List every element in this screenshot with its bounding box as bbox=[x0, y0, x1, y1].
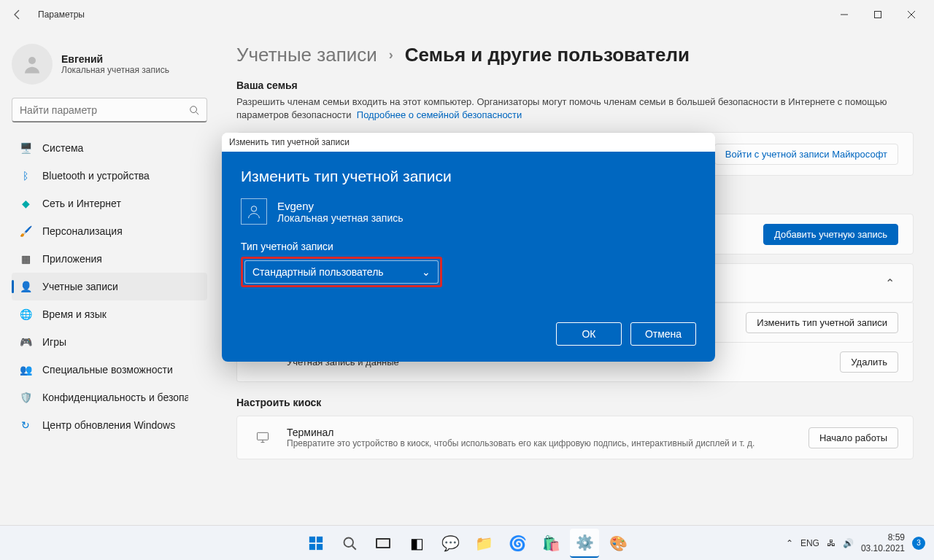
system-tray[interactable]: ⌃ ENG 🖧 🔊 8:59 03.10.2021 3 bbox=[786, 532, 934, 553]
language-indicator[interactable]: ENG bbox=[800, 538, 819, 548]
dialog-heading: Изменить тип учетной записи bbox=[241, 168, 696, 185]
accessibility-icon: 👥 bbox=[19, 363, 32, 376]
kiosk-terminal-desc: Превратите это устройство в киоск, чтобы… bbox=[287, 438, 808, 448]
gamepad-icon: 🎮 bbox=[19, 335, 32, 349]
nav-apps[interactable]: ▦Приложения bbox=[12, 245, 207, 273]
notification-badge[interactable]: 3 bbox=[912, 537, 925, 550]
explorer-icon[interactable]: 📁 bbox=[469, 529, 498, 558]
clock[interactable]: 8:59 03.10.2021 bbox=[861, 532, 905, 553]
breadcrumb: Учетные записи › Семья и другие пользова… bbox=[236, 44, 914, 66]
chevron-down-icon: ⌄ bbox=[422, 266, 431, 278]
search-input[interactable] bbox=[12, 98, 207, 122]
search-field[interactable] bbox=[20, 104, 189, 116]
nav-accessibility[interactable]: 👥Специальные возможности bbox=[12, 356, 207, 384]
globe-icon: 🌐 bbox=[19, 308, 32, 321]
back-button[interactable] bbox=[6, 3, 29, 26]
dialog-titlebar: Изменить тип учетной записи bbox=[222, 133, 715, 152]
ok-button[interactable]: ОК bbox=[556, 322, 622, 346]
family-heading: Ваша семья bbox=[236, 79, 914, 91]
svg-rect-13 bbox=[309, 543, 315, 549]
avatar bbox=[12, 44, 53, 85]
svg-rect-18 bbox=[377, 540, 389, 547]
kiosk-terminal-label: Терминал bbox=[287, 427, 808, 438]
monitor-icon bbox=[252, 430, 274, 445]
titlebar: Параметры bbox=[0, 0, 934, 29]
bluetooth-icon: ᛒ bbox=[19, 169, 32, 182]
apps-icon: ▦ bbox=[19, 252, 32, 265]
dialog-user-name: Evgeny bbox=[277, 200, 404, 212]
svg-rect-11 bbox=[309, 536, 315, 542]
svg-point-4 bbox=[28, 57, 36, 64]
dialog-avatar bbox=[241, 198, 267, 225]
kiosk-start-button[interactable]: Начало работы bbox=[808, 427, 898, 448]
add-account-button[interactable]: Добавить учетную запись bbox=[763, 224, 898, 245]
settings-taskbar-icon[interactable]: ⚙️ bbox=[570, 529, 599, 558]
nav-list: 🖥️Система ᛒBluetooth и устройства ◆Сеть … bbox=[12, 134, 207, 439]
user-profile[interactable]: Евгений Локальная учетная запись bbox=[12, 44, 207, 85]
person-icon: 👤 bbox=[19, 280, 32, 293]
brush-icon: 🖌️ bbox=[19, 225, 32, 238]
shield-icon: 🛡️ bbox=[19, 391, 32, 404]
chevron-up-icon: ⌃ bbox=[881, 276, 898, 290]
signin-microsoft-button[interactable]: Войти с учетной записи Майкрософт bbox=[714, 144, 898, 165]
start-button[interactable] bbox=[301, 529, 331, 558]
change-account-type-dialog: Изменить тип учетной записи Изменить тип… bbox=[222, 133, 715, 362]
family-safety-link[interactable]: Подробнее о семейной безопасности bbox=[357, 109, 522, 120]
nav-network[interactable]: ◆Сеть и Интернет bbox=[12, 190, 207, 217]
svg-point-5 bbox=[190, 106, 197, 112]
wifi-icon: ◆ bbox=[19, 197, 32, 210]
kiosk-heading: Настроить киоск bbox=[236, 397, 914, 408]
breadcrumb-current: Семья и другие пользователи bbox=[405, 44, 690, 66]
highlight-box: Стандартный пользователь ⌄ bbox=[241, 257, 442, 287]
svg-rect-14 bbox=[317, 543, 323, 549]
system-icon: 🖥️ bbox=[19, 141, 32, 155]
widgets-icon[interactable]: ◧ bbox=[402, 529, 431, 558]
chat-icon[interactable]: 💬 bbox=[436, 529, 465, 558]
dialog-user-sub: Локальная учетная запись bbox=[277, 212, 404, 224]
svg-rect-12 bbox=[317, 536, 323, 542]
account-type-label: Тип учетной записи bbox=[241, 241, 696, 252]
nav-accounts[interactable]: 👤Учетные записи bbox=[12, 273, 207, 300]
sidebar: Евгений Локальная учетная запись 🖥️Систе… bbox=[0, 29, 219, 525]
volume-tray-icon[interactable]: 🔊 bbox=[843, 538, 854, 548]
taskview-icon[interactable] bbox=[368, 529, 398, 558]
cancel-button[interactable]: Отмена bbox=[630, 322, 696, 346]
nav-bluetooth[interactable]: ᛒBluetooth и устройства bbox=[12, 162, 207, 190]
close-button[interactable] bbox=[895, 3, 928, 26]
kiosk-card: Терминал Превратите это устройство в кио… bbox=[236, 416, 914, 459]
nav-time-language[interactable]: 🌐Время и язык bbox=[12, 300, 207, 328]
nav-personalization[interactable]: 🖌️Персонализация bbox=[12, 217, 207, 245]
svg-rect-1 bbox=[875, 12, 881, 18]
svg-point-10 bbox=[251, 206, 256, 211]
taskbar-search-icon[interactable] bbox=[335, 529, 364, 558]
search-icon bbox=[189, 105, 199, 115]
account-type-dropdown[interactable]: Стандартный пользователь ⌄ bbox=[244, 260, 439, 284]
user-name: Евгений bbox=[61, 53, 169, 65]
maximize-button[interactable] bbox=[861, 3, 895, 26]
chevron-right-icon: › bbox=[389, 47, 393, 63]
tray-chevron-icon[interactable]: ⌃ bbox=[786, 538, 793, 548]
app-icon[interactable]: 🎨 bbox=[603, 529, 633, 558]
svg-point-15 bbox=[344, 537, 354, 547]
nav-privacy[interactable]: 🛡️Конфиденциальность и безопасность bbox=[12, 384, 207, 411]
nav-windows-update[interactable]: ↻Центр обновления Windows bbox=[12, 411, 207, 439]
store-icon[interactable]: 🛍️ bbox=[536, 529, 566, 558]
arrow-left-icon bbox=[12, 9, 23, 20]
delete-account-button[interactable]: Удалить bbox=[840, 351, 898, 373]
change-account-type-button[interactable]: Изменить тип учетной записи bbox=[746, 312, 898, 333]
dialog-user-row: Evgeny Локальная учетная запись bbox=[241, 198, 696, 225]
family-description: Разрешить членам семьи входить на этот к… bbox=[236, 96, 914, 122]
svg-rect-7 bbox=[258, 433, 269, 440]
minimize-button[interactable] bbox=[827, 3, 861, 26]
nav-gaming[interactable]: 🎮Игры bbox=[12, 328, 207, 356]
network-tray-icon[interactable]: 🖧 bbox=[827, 538, 835, 548]
svg-line-16 bbox=[352, 545, 356, 549]
breadcrumb-parent[interactable]: Учетные записи bbox=[236, 44, 377, 66]
svg-line-6 bbox=[196, 112, 199, 114]
nav-system[interactable]: 🖥️Система bbox=[12, 134, 207, 162]
update-icon: ↻ bbox=[19, 419, 32, 432]
edge-icon[interactable]: 🌀 bbox=[503, 529, 532, 558]
user-subtitle: Локальная учетная запись bbox=[61, 65, 169, 75]
window-title: Параметры bbox=[38, 9, 85, 20]
taskbar: ◧ 💬 📁 🌀 🛍️ ⚙️ 🎨 ⌃ ENG 🖧 🔊 8:59 03.10.202… bbox=[0, 525, 934, 560]
